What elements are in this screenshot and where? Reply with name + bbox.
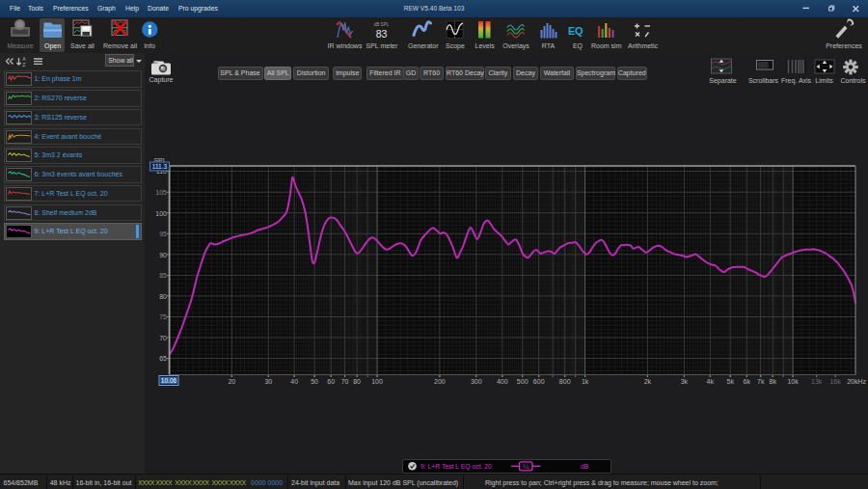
svg-text:200: 200 [434,378,446,385]
svg-text:¼: ¼ [523,462,529,471]
svg-text:16k: 16k [829,378,841,385]
svg-text:7k: 7k [757,378,765,385]
svg-text:50: 50 [311,378,318,385]
svg-text:40: 40 [290,378,298,385]
svg-text:30: 30 [264,378,272,385]
svg-text:20: 20 [228,378,235,385]
svg-text:8k: 8k [769,378,776,385]
svg-text:20kHz: 20kHz [847,378,866,385]
svg-text:60: 60 [327,378,335,385]
svg-text:70: 70 [159,335,167,341]
svg-text:95: 95 [159,231,167,237]
svg-text:600: 600 [533,378,545,385]
svg-text:2k: 2k [644,378,652,385]
svg-text:105: 105 [155,189,167,196]
svg-text:65: 65 [159,355,167,362]
svg-text:100: 100 [155,210,167,217]
svg-text:80: 80 [353,378,361,385]
svg-text:85: 85 [159,272,167,279]
svg-text:10k: 10k [787,378,799,385]
svg-text:80: 80 [159,293,167,300]
svg-text:300: 300 [471,378,482,385]
svg-text:6k: 6k [744,378,751,385]
svg-text:75: 75 [159,313,167,320]
svg-text:100: 100 [371,378,383,385]
svg-text:70: 70 [341,378,349,385]
svg-text:4k: 4k [707,378,715,385]
svg-text:400: 400 [497,378,508,385]
svg-text:5k: 5k [726,378,734,385]
svg-text:1k: 1k [582,378,589,385]
svg-text:500: 500 [517,378,529,385]
svg-text:800: 800 [559,378,571,385]
svg-text:13k: 13k [811,378,823,385]
svg-text:10.06: 10.06 [161,377,177,384]
svg-text:dB: dB [581,463,589,470]
svg-text:3k: 3k [681,378,689,385]
svg-text:90: 90 [159,252,167,258]
svg-text:111.3: 111.3 [152,163,168,170]
svg-text:9: L+R Test L EQ oct. 20: 9: L+R Test L EQ oct. 20 [420,463,492,471]
